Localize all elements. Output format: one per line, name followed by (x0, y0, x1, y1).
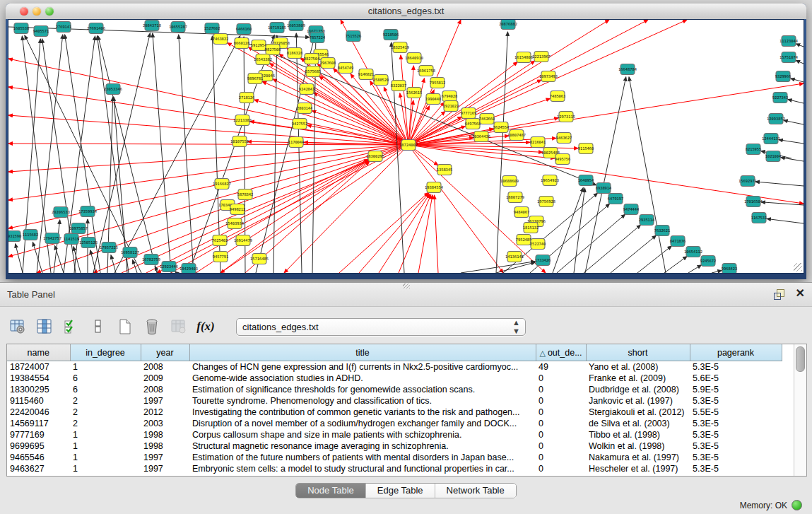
graph-node[interactable]: 9968423 (722, 264, 738, 274)
graph-node[interactable]: 1815132 (523, 223, 539, 233)
graph-node[interactable]: 10807487 (507, 130, 526, 141)
graph-node[interactable]: 15692971 (739, 176, 757, 187)
graph-node[interactable]: 1141519 (64, 234, 80, 245)
function-icon[interactable]: f(x) (196, 317, 215, 336)
graph-node[interactable]: 8660128 (234, 38, 250, 49)
graph-node[interactable]: 1358345 (437, 165, 453, 175)
col-header-year[interactable]: year (141, 344, 189, 361)
graph-node[interactable]: 3624554 (493, 122, 510, 133)
table-scrollbar[interactable] (794, 344, 806, 476)
col-header-pagerank[interactable]: pagerank (690, 344, 782, 361)
select-checks-icon[interactable] (62, 317, 81, 336)
graph-node[interactable]: 9474444 (623, 204, 640, 215)
graph-node[interactable]: 9245672 (700, 256, 717, 267)
graph-node[interactable]: 9405571 (33, 26, 49, 37)
graph-node[interactable]: 7485063 (550, 91, 566, 102)
graph-node[interactable]: 12505123 (79, 238, 98, 248)
graph-node[interactable]: 20843718 (143, 21, 161, 31)
graph-node[interactable]: 19384554 (425, 182, 443, 193)
graph-node[interactable]: 9218506 (383, 30, 399, 40)
graph-node[interactable]: 9463627 (556, 133, 572, 144)
graph-node[interactable]: 12213967 (532, 52, 551, 62)
table-settings-icon[interactable] (8, 317, 27, 336)
graph-node[interactable]: 19166827 (213, 179, 231, 189)
col-header-name[interactable]: name (7, 344, 70, 361)
graph-node[interactable]: 16782759 (142, 255, 160, 265)
graph-node[interactable]: 8215955 (746, 144, 762, 155)
graph-node[interactable]: 16154808 (514, 52, 533, 63)
graph-node[interactable]: 1527602 (204, 23, 220, 34)
table-row[interactable]: 2242004622012Investigating the contribut… (7, 407, 782, 418)
graph-node[interactable]: 8454749 (338, 63, 354, 74)
graph-node[interactable]: 18724007 (399, 140, 418, 151)
table-row[interactable]: 946554611997Estimation of the future num… (7, 452, 782, 463)
graph-node[interactable]: 15403934 (225, 218, 244, 229)
graph-node[interactable]: 9329966 (775, 71, 792, 82)
graph-node[interactable]: 19756928 (537, 197, 555, 207)
graph-node[interactable]: 20206533 (52, 207, 70, 218)
table-row[interactable]: 911546021997Tourette syndrome. Phenomeno… (7, 395, 782, 407)
graph-node[interactable]: 12213383 (233, 115, 252, 126)
table-row[interactable]: 1830029562008Estimation of significance … (7, 384, 782, 395)
graph-node[interactable]: 8471876 (670, 236, 686, 247)
graph-node[interactable]: 2803144 (297, 103, 313, 114)
graph-node[interactable]: 20364436 (472, 132, 490, 142)
graph-node[interactable]: 10688609 (500, 176, 519, 187)
table-column-icon[interactable] (35, 317, 54, 336)
graph-node[interactable]: 11123044 (779, 36, 798, 47)
scrollbar-thumb[interactable] (796, 346, 805, 372)
graph-node[interactable]: 10107552 (230, 136, 249, 147)
graph-node[interactable]: 8186328 (287, 48, 303, 59)
graph-node[interactable]: 5575685 (305, 66, 322, 77)
col-header-out_de[interactable]: △out_de... (536, 344, 586, 361)
close-panel-icon[interactable]: ✕ (796, 287, 805, 300)
graph-node[interactable]: 9242843 (299, 84, 315, 95)
tab-node-table[interactable]: Node Table (296, 484, 366, 498)
graph-node[interactable]: 18807279 (506, 192, 524, 203)
table-row[interactable]: 969969511998Structural magnetic resonanc… (7, 440, 782, 452)
column-boxes-icon[interactable] (89, 317, 107, 336)
graph-node[interactable]: 10975857 (69, 223, 88, 234)
graph-node[interactable]: 17942757 (43, 233, 61, 244)
graph-node[interactable]: 9777169 (461, 108, 477, 119)
graph-node[interactable]: 18325419 (391, 42, 409, 53)
graph-node[interactable]: 8938914 (596, 183, 612, 194)
graph-node[interactable]: 1921022 (443, 101, 459, 112)
graph-node[interactable]: 7955812 (430, 78, 446, 88)
graph-node[interactable]: 18300295 (366, 151, 384, 162)
graph-node[interactable]: 16648784 (618, 64, 637, 75)
graph-node[interactable]: 7462660 (479, 114, 495, 124)
table-row[interactable]: 1456911722003Disruption of a novel membe… (7, 418, 782, 429)
graph-node[interactable]: 7515526 (346, 31, 362, 42)
graph-node[interactable]: 1990448 (425, 94, 442, 105)
splitter-grip[interactable] (403, 284, 410, 288)
graph-node[interactable]: 1588520 (373, 75, 389, 86)
table-source-dropdown[interactable]: citations_edges.txt ▲▼ (236, 318, 526, 336)
graph-node[interactable]: 10655287 (169, 22, 187, 33)
graph-node[interactable]: 2769141 (56, 22, 72, 33)
network-canvas[interactable]: 1605538940557127691412769140620843718106… (8, 20, 804, 273)
graph-node[interactable]: 2718126 (239, 93, 255, 103)
graph-node[interactable]: 9427552 (292, 119, 308, 129)
window-titlebar[interactable]: citations_edges.txt (6, 4, 806, 20)
graph-node[interactable]: 18429403 (180, 264, 198, 274)
graph-node[interactable]: 10719185 (268, 23, 286, 33)
graph-node[interactable]: 16053809 (287, 21, 305, 31)
graph-node[interactable]: 9498212 (230, 204, 246, 215)
graph-node[interactable]: 9146821 (358, 69, 375, 80)
graph-node[interactable]: 9227343 (772, 93, 789, 103)
table-row[interactable]: 946362711997Embryonic stem cells: a mode… (7, 463, 782, 474)
graph-node[interactable]: 9495756 (555, 154, 571, 165)
graph-node[interactable]: 16914479 (234, 235, 252, 246)
graph-node[interactable]: 2967608 (320, 58, 336, 69)
table-row[interactable]: 977716911998Corpus callosum shape and si… (7, 429, 782, 440)
graph-node[interactable]: 9484067 (514, 207, 530, 218)
col-header-short[interactable]: short (586, 344, 690, 361)
graph-node[interactable]: 7857224 (310, 33, 326, 43)
float-panel-icon[interactable] (774, 288, 785, 300)
graph-node[interactable]: 1640954 (578, 175, 594, 186)
tab-edge-table[interactable]: Edge Table (366, 484, 435, 498)
graph-node[interactable]: 7625402 (212, 235, 228, 246)
graph-node[interactable]: 1562615 (406, 88, 423, 98)
graph-node[interactable]: 9457791 (213, 252, 229, 262)
